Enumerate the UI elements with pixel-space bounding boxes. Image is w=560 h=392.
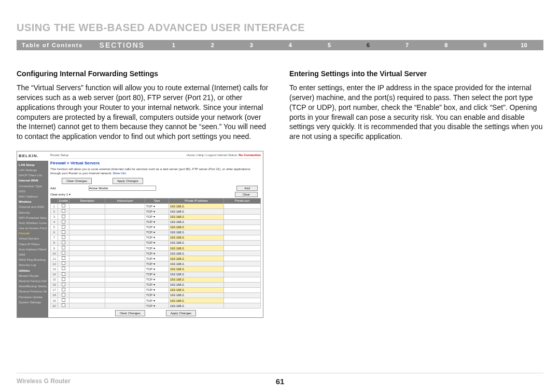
clear-changes-button[interactable]: Clear Changes [62,178,92,184]
left-heading: Configuring Internal Forwarding Settings [17,69,271,79]
ss-main: Router Setup Home | Help | Logout Intern… [48,151,263,317]
page-number: 61 [276,377,285,386]
clear-changes-button-2[interactable]: Clear Changes [115,310,145,316]
left-body: The “Virtual Servers” function will allo… [17,83,271,142]
nav-5[interactable]: 5 [310,42,348,48]
right-column: Entering Settings into the Virtual Serve… [289,69,543,318]
page-title: USING THE WEB-BASED ADVANCED USER INTERF… [17,22,543,34]
ss-heading: Firewall > Virtual Servers [50,161,261,166]
footer-divider [17,373,543,373]
clear-button[interactable]: Clear [235,192,258,197]
right-body: To enter settings, enter the IP address … [289,83,543,142]
nav-10[interactable]: 10 [505,42,543,48]
add-button[interactable]: Add [236,186,258,191]
sidebar-item-firewall: Firewall [19,231,47,236]
ss-sidebar: BELKIN. LAN Setup LAN Settings DHCP Clie… [17,151,48,317]
toc-link[interactable]: Table of Contents [17,42,88,48]
section-navbar: Table of Contents SECTIONS 1 2 3 4 5 6 7… [17,40,543,50]
router-screenshot: BELKIN. LAN Setup LAN Settings DHCP Clie… [17,151,263,318]
sections-label: SECTIONS [88,41,155,49]
nav-6[interactable]: 6 [349,42,388,48]
right-heading: Entering Settings into the Virtual Serve… [289,69,543,79]
more-info-link[interactable]: More Info [113,172,126,175]
nav-8[interactable]: 8 [427,42,466,48]
brand-logo: BELKIN. [17,151,48,161]
ss-setup-label: Router Setup [50,153,68,157]
nav-4[interactable]: 4 [271,42,310,48]
footer-left: Wireless G Router [17,377,71,385]
apply-changes-button[interactable]: Apply Changes [113,178,143,184]
nav-3[interactable]: 3 [232,42,271,48]
add-select[interactable] [89,186,156,191]
nav-7[interactable]: 7 [388,42,427,48]
nav-1[interactable]: 1 [154,42,193,48]
nav-2[interactable]: 2 [193,42,232,48]
apply-changes-button-2[interactable]: Apply Changes [166,310,197,316]
virtual-servers-table: EnableDescriptionInbound portTypePrivate… [50,198,261,309]
nav-9[interactable]: 9 [466,42,505,48]
left-column: Configuring Internal Forwarding Settings… [17,69,271,318]
